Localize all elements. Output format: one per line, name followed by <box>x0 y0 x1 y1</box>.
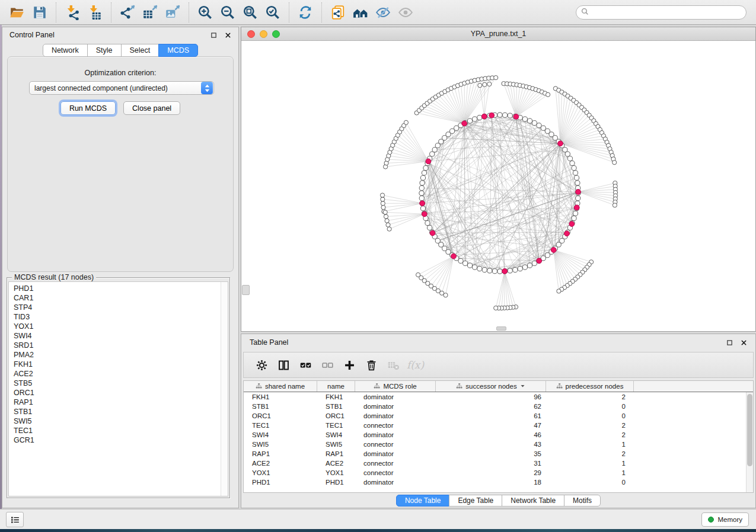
network-node[interactable] <box>420 181 425 185</box>
network-node[interactable] <box>497 269 502 274</box>
refresh-icon[interactable] <box>294 2 317 23</box>
close-panel-button[interactable]: Close panel <box>123 101 180 115</box>
network-node[interactable] <box>522 265 527 270</box>
network-node[interactable] <box>477 115 482 120</box>
table-scroll-thumb[interactable] <box>747 394 752 466</box>
mcds-node[interactable] <box>564 231 570 236</box>
column-header-shared-name[interactable]: shared name <box>244 381 317 392</box>
network-node[interactable] <box>458 258 463 263</box>
mcds-result-item[interactable]: TID3 <box>9 312 228 322</box>
zoom-out-icon[interactable] <box>216 2 239 23</box>
network-horizontal-scroll-thumb[interactable] <box>496 326 506 331</box>
network-node[interactable] <box>419 191 424 196</box>
network-node[interactable] <box>487 268 492 273</box>
network-vertical-scroll-thumb[interactable] <box>242 285 250 295</box>
network-node[interactable] <box>432 148 437 152</box>
network-node[interactable] <box>467 263 472 268</box>
table-row-ORC1[interactable]: ORC1ORC1dominator610 <box>244 411 753 421</box>
home-network-icon[interactable] <box>349 2 372 23</box>
network-node[interactable] <box>572 166 576 171</box>
network-window-titlebar[interactable]: YPA_prune.txt_1 <box>241 27 755 41</box>
show-panels-button[interactable] <box>6 512 24 527</box>
mcds-result-item[interactable]: SRD1 <box>9 341 228 350</box>
mcds-node[interactable] <box>430 230 435 236</box>
mcds-result-item[interactable]: ORC1 <box>9 388 228 398</box>
mcds-node[interactable] <box>422 211 427 217</box>
network-leaf-node[interactable] <box>381 206 385 210</box>
network-node[interactable] <box>435 238 440 243</box>
columns-icon[interactable] <box>273 355 295 375</box>
network-node[interactable] <box>572 216 576 220</box>
tab-mcds[interactable]: MCDS <box>158 44 198 57</box>
mcds-result-list[interactable]: PHD1CAR1STP4TID3YOX1SWI4SRD1PMA2FKH1ACE2… <box>8 281 228 496</box>
network-node[interactable] <box>575 181 580 185</box>
mcds-node[interactable] <box>481 114 487 119</box>
mcds-node[interactable] <box>489 113 495 118</box>
mcds-node[interactable] <box>551 248 556 253</box>
mcds-node[interactable] <box>502 268 508 274</box>
mcds-node[interactable] <box>558 141 563 146</box>
float-panel-icon[interactable] <box>210 32 217 39</box>
network-leaf-node[interactable] <box>557 289 561 293</box>
mcds-result-item[interactable]: GCR1 <box>9 435 228 445</box>
float-table-panel-icon[interactable] <box>726 339 733 346</box>
hide-eye-icon[interactable] <box>372 2 394 23</box>
mcds-result-item[interactable]: RAP1 <box>9 398 228 407</box>
table-row-YOX1[interactable]: YOX1YOX1connector291 <box>244 468 753 477</box>
network-node[interactable] <box>467 118 472 123</box>
mcds-node[interactable] <box>569 222 575 227</box>
network-node[interactable] <box>419 196 424 201</box>
checkbox-empty-pair-icon[interactable] <box>317 355 339 375</box>
search-box[interactable] <box>576 5 747 20</box>
network-node[interactable] <box>573 211 578 216</box>
mcds-node[interactable] <box>576 190 581 195</box>
minimize-window-icon[interactable] <box>260 30 267 38</box>
network-node[interactable] <box>477 266 482 271</box>
network-node[interactable] <box>527 263 532 268</box>
network-leaf-node[interactable] <box>487 82 492 86</box>
table-row-PHD1[interactable]: PHD1PHD1dominator180 <box>244 477 753 487</box>
table-row-STB1[interactable]: STB1STB1dominator620 <box>244 402 753 411</box>
gear-icon[interactable] <box>251 355 273 375</box>
network-leaf-node[interactable] <box>385 219 389 223</box>
network-node[interactable] <box>513 267 518 272</box>
network-node[interactable] <box>430 152 435 156</box>
network-node[interactable] <box>573 171 578 175</box>
column-header-MCDS-role[interactable]: MCDS role <box>355 381 436 392</box>
network-node[interactable] <box>508 268 512 273</box>
table-row-SWI5[interactable]: SWI5SWI5connector431 <box>244 440 753 449</box>
plus-icon[interactable] <box>339 355 361 375</box>
criterion-select[interactable]: largest connected component (undirected) <box>29 81 214 95</box>
mcds-result-item[interactable]: YOX1 <box>9 322 228 331</box>
network-node[interactable] <box>537 123 541 128</box>
network-leaf-node[interactable] <box>494 76 498 80</box>
tab-select[interactable]: Select <box>121 44 160 57</box>
network-node[interactable] <box>419 185 424 190</box>
import-network-icon[interactable] <box>61 2 84 23</box>
network-leaf-node[interactable] <box>381 201 385 206</box>
network-node[interactable] <box>574 175 579 180</box>
network-node[interactable] <box>423 166 428 171</box>
table-row-ACE2[interactable]: ACE2ACE2connector311 <box>244 459 753 468</box>
mcds-list-scrollbar[interactable] <box>221 282 228 496</box>
table-scrollbar[interactable] <box>746 392 753 492</box>
network-node[interactable] <box>522 117 527 121</box>
network-node[interactable] <box>508 113 512 118</box>
mcds-result-item[interactable]: CAR1 <box>9 293 228 303</box>
table-row-RAP1[interactable]: RAP1RAP1dominator352 <box>244 449 753 459</box>
network-leaf-node[interactable] <box>613 203 617 207</box>
network-node[interactable] <box>567 156 572 161</box>
memory-button[interactable]: Memory <box>701 512 749 527</box>
network-node[interactable] <box>473 117 477 121</box>
close-table-panel-icon[interactable] <box>741 339 747 346</box>
run-mcds-button[interactable]: Run MCDS <box>60 101 116 115</box>
table-row-FKH1[interactable]: FKH1FKH1dominator962 <box>244 392 753 402</box>
network-node[interactable] <box>473 265 477 270</box>
close-panel-icon[interactable] <box>225 32 231 39</box>
mcds-result-item[interactable]: SWI4 <box>9 331 228 341</box>
mcds-node[interactable] <box>420 201 425 206</box>
zoom-in-icon[interactable] <box>194 2 216 23</box>
network-leaf-node[interactable] <box>416 273 420 277</box>
mcds-node[interactable] <box>451 254 457 259</box>
save-icon[interactable] <box>28 2 51 23</box>
